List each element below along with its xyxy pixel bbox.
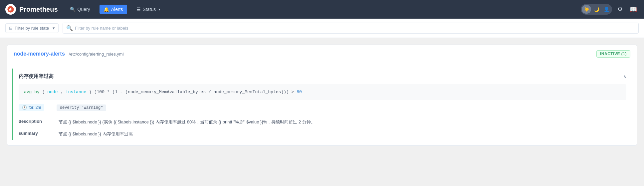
nav-query-label: Query bbox=[78, 7, 90, 12]
ann-key-summary: summary bbox=[19, 131, 59, 136]
search-filter: 🔍 bbox=[63, 23, 639, 34]
nav-query[interactable]: 🔍 Query bbox=[66, 5, 94, 14]
rule-group-title: node-memory-alerts /etc/config/alerting_… bbox=[14, 51, 124, 57]
query-icon: 🔍 bbox=[70, 7, 76, 12]
query-kw-avg: avg by bbox=[24, 90, 40, 94]
main-content: node-memory-alerts /etc/config/alerting_… bbox=[0, 38, 644, 186]
navbar-right: ☀️ 🌙 👤 ⚙ 📖 bbox=[581, 4, 639, 15]
state-filter[interactable]: ⊟ Filter by rule state ▾ bbox=[5, 23, 59, 33]
query-box: avg by ( node , instance ) (100 * (1 - (… bbox=[19, 84, 626, 100]
docs-button[interactable]: 📖 bbox=[628, 4, 639, 15]
moon-icon: 🌙 bbox=[594, 7, 599, 12]
settings-button[interactable]: ⚙ bbox=[615, 4, 625, 15]
annotations-table: description 节点 {{ $labels.node }} (实例 {{… bbox=[19, 116, 626, 140]
clock-icon: 🕐 bbox=[22, 105, 27, 110]
search-input[interactable] bbox=[75, 26, 635, 31]
navbar: Prometheus 🔍 Query 🔔 Alerts ☰ Status ▾ ☀… bbox=[0, 0, 644, 19]
brand: Prometheus bbox=[5, 4, 58, 15]
query-threshold: 80 bbox=[297, 90, 302, 94]
annotation-row-summary: summary 节点 {{ $labels.node }} 内存使用率过高 bbox=[19, 128, 626, 140]
state-filter-label: Filter by rule state bbox=[15, 26, 51, 31]
alert-rule-header[interactable]: 内存使用率过高 ∧ bbox=[13, 69, 632, 84]
query-sep: , bbox=[60, 90, 66, 94]
ann-val-description: 节点 {{ $labels.node }} (实例 {{ $labels.ins… bbox=[59, 119, 315, 125]
nav-alerts-label: Alerts bbox=[111, 7, 123, 12]
theme-light-btn[interactable]: ☀️ bbox=[582, 5, 591, 14]
ann-key-description: description bbox=[19, 119, 59, 124]
theme-switcher: ☀️ 🌙 👤 bbox=[581, 4, 612, 15]
svg-rect-1 bbox=[9, 9, 10, 11]
query-var-instance: instance bbox=[66, 90, 86, 94]
nav-alerts[interactable]: 🔔 Alerts bbox=[100, 5, 127, 14]
rule-group: node-memory-alerts /etc/config/alerting_… bbox=[7, 45, 637, 146]
label-tag: severity="warning" bbox=[57, 104, 107, 111]
collapse-icon[interactable]: ∧ bbox=[623, 74, 626, 79]
search-icon: 🔍 bbox=[66, 25, 73, 31]
query-open-paren: ( bbox=[42, 90, 45, 94]
chevron-down-icon: ▾ bbox=[158, 7, 160, 12]
theme-dark-btn[interactable]: 🌙 bbox=[592, 5, 601, 14]
nav-status[interactable]: ☰ Status ▾ bbox=[132, 5, 165, 14]
theme-user-btn[interactable]: 👤 bbox=[602, 5, 611, 14]
book-icon: 📖 bbox=[630, 6, 637, 13]
brand-icon bbox=[5, 4, 16, 15]
svg-rect-2 bbox=[10, 8, 11, 10]
annotation-row-description: description 节点 {{ $labels.node }} (实例 {{… bbox=[19, 116, 626, 128]
rule-group-name[interactable]: node-memory-alerts bbox=[14, 51, 65, 57]
filter-icon: ⊟ bbox=[9, 26, 13, 31]
filter-bar: ⊟ Filter by rule state ▾ 🔍 bbox=[0, 19, 644, 38]
alerts-icon: 🔔 bbox=[104, 7, 109, 12]
alert-rule-card: 内存使用率过高 ∧ avg by ( node , instance ) (10… bbox=[12, 69, 632, 140]
gear-icon: ⚙ bbox=[617, 6, 623, 13]
duration-tag: 🕐 for: 2m bbox=[19, 104, 44, 111]
alert-rule-title: 内存使用率过高 bbox=[19, 73, 54, 80]
status-icon: ☰ bbox=[136, 7, 141, 12]
chevron-down-icon: ▾ bbox=[53, 26, 55, 31]
rule-group-header: node-memory-alerts /etc/config/alerting_… bbox=[7, 45, 637, 63]
duration-value: for: 2m bbox=[29, 105, 41, 110]
rule-group-file: /etc/config/alerting_rules.yml bbox=[69, 52, 124, 57]
svg-rect-3 bbox=[12, 8, 12, 10]
sun-icon: ☀️ bbox=[584, 7, 589, 12]
brand-name: Prometheus bbox=[19, 6, 58, 13]
inactive-badge: INACTIVE (1) bbox=[596, 50, 630, 58]
user-icon: 👤 bbox=[604, 7, 609, 12]
query-var-node: node bbox=[47, 90, 58, 94]
nav-status-label: Status bbox=[143, 7, 156, 12]
query-body: ) (100 * (1 - (node_memory_MemAvailable_… bbox=[89, 90, 297, 94]
ann-val-summary: 节点 {{ $labels.node }} 内存使用率过高 bbox=[59, 131, 133, 137]
